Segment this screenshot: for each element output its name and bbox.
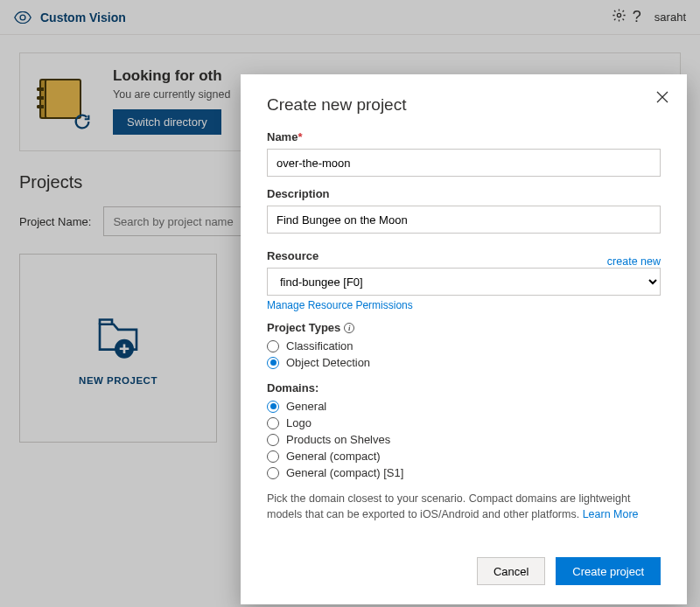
- manage-permissions-link[interactable]: Manage Resource Permissions: [267, 299, 413, 311]
- name-field[interactable]: [267, 149, 661, 177]
- radio-label: Object Detection: [286, 356, 370, 369]
- cancel-button[interactable]: Cancel: [477, 557, 545, 585]
- domain-option[interactable]: General (compact): [267, 450, 661, 463]
- project-type-option[interactable]: Object Detection: [267, 356, 661, 369]
- resource-label: Resource: [267, 249, 318, 262]
- close-icon[interactable]: [655, 90, 669, 107]
- radio-icon: [267, 417, 279, 429]
- create-new-resource-link[interactable]: create new: [607, 255, 661, 268]
- radio-icon: [267, 401, 279, 413]
- create-project-button[interactable]: Create project: [556, 557, 661, 585]
- radio-label: General (compact): [286, 450, 381, 463]
- domain-option[interactable]: Products on Shelves: [267, 433, 661, 446]
- learn-more-link[interactable]: Learn More: [583, 508, 639, 520]
- radio-label: Classification: [286, 339, 354, 352]
- domain-option[interactable]: General: [267, 400, 661, 413]
- name-label: Name*: [267, 130, 661, 143]
- radio-icon: [267, 434, 279, 446]
- radio-icon: [267, 450, 279, 463]
- info-icon[interactable]: i: [344, 323, 354, 333]
- radio-label: General (compact) [S1]: [286, 466, 403, 479]
- radio-label: Logo: [286, 416, 312, 429]
- create-project-dialog: Create new project Name* Description Res…: [241, 74, 687, 604]
- description-field[interactable]: [267, 206, 661, 234]
- helper-text: Pick the domain closest to your scenario…: [267, 492, 661, 522]
- radio-icon: [267, 340, 279, 352]
- radio-label: General: [286, 400, 326, 413]
- project-types-label: Project Types i: [267, 321, 661, 334]
- project-type-option[interactable]: Classification: [267, 339, 661, 352]
- domain-option[interactable]: General (compact) [S1]: [267, 466, 661, 479]
- domain-option[interactable]: Logo: [267, 416, 661, 429]
- domains-label: Domains:: [267, 381, 661, 394]
- radio-label: Products on Shelves: [286, 433, 390, 446]
- radio-icon: [267, 467, 279, 479]
- dialog-title: Create new project: [267, 95, 661, 115]
- resource-select[interactable]: find-bungee [F0]: [267, 268, 661, 296]
- radio-icon: [267, 357, 279, 369]
- description-label: Description: [267, 187, 661, 200]
